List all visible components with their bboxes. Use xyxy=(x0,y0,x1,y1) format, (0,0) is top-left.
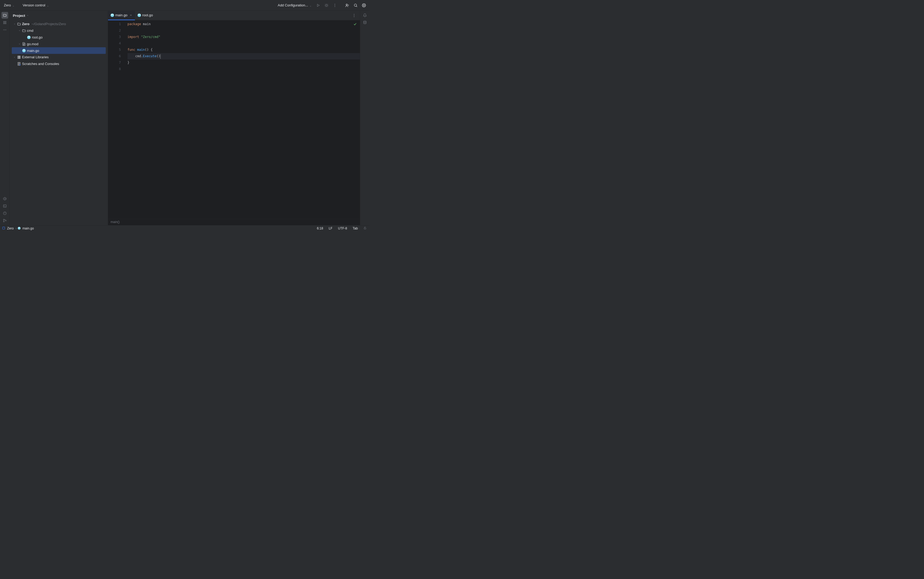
close-tab-button[interactable] xyxy=(129,14,132,16)
tree-root-path: ~/GolandProjects/Zero xyxy=(31,22,66,26)
inspection-status-icon[interactable] xyxy=(353,22,357,28)
tree-root-name: Zero xyxy=(22,22,29,26)
line-number[interactable]: 6 xyxy=(108,53,123,59)
project-menu-button[interactable]: Zero xyxy=(2,2,16,8)
code-editor[interactable]: 1 2 3 4 5 6 7 8 package main import "Zer… xyxy=(108,20,360,219)
svg-point-23 xyxy=(20,64,21,65)
more-actions-button[interactable] xyxy=(331,2,338,9)
status-indent[interactable]: Tab xyxy=(352,226,359,231)
line-number[interactable]: 4 xyxy=(108,40,123,47)
breadcrumb-bar[interactable]: main() xyxy=(108,219,360,225)
tree-project-root[interactable]: Zero ~/GolandProjects/Zero xyxy=(12,21,106,28)
run-button[interactable] xyxy=(314,2,322,9)
file-icon xyxy=(22,42,26,46)
run-config-selector[interactable]: Add Configuration... xyxy=(276,2,313,8)
tree-file-main-go[interactable]: main.go xyxy=(12,47,106,54)
svg-rect-20 xyxy=(18,56,18,59)
library-icon xyxy=(17,56,21,59)
tree-item-label: Scratches and Consoles xyxy=(22,62,59,66)
status-caret-position[interactable]: 6:18 xyxy=(316,226,324,231)
tab-label: root.go xyxy=(142,13,153,17)
svg-marker-14 xyxy=(3,197,6,200)
svg-rect-9 xyxy=(3,23,5,24)
services-tool-button[interactable] xyxy=(1,196,8,202)
line-number[interactable]: 3 xyxy=(108,34,123,40)
more-tool-windows-button[interactable] xyxy=(1,26,8,33)
database-tool-button[interactable] xyxy=(361,19,368,26)
tab-root-go[interactable]: root.go xyxy=(135,11,156,20)
svg-point-19 xyxy=(5,220,7,221)
svg-rect-15 xyxy=(3,205,6,208)
line-number[interactable]: 1 xyxy=(108,21,123,27)
settings-button[interactable] xyxy=(360,2,367,9)
svg-rect-29 xyxy=(364,228,366,229)
chevron-down-icon[interactable] xyxy=(13,23,16,25)
tree-folder-cmd[interactable]: cmd xyxy=(12,27,106,34)
svg-point-26 xyxy=(354,16,354,17)
go-file-icon xyxy=(137,13,141,17)
svg-point-2 xyxy=(335,5,335,6)
go-file-icon xyxy=(18,227,20,230)
project-tool-button[interactable] xyxy=(1,12,8,19)
tree-item-label: External Libraries xyxy=(22,56,49,59)
tab-list-button[interactable] xyxy=(350,12,358,19)
go-file-icon xyxy=(22,49,26,52)
gutter[interactable]: 1 2 3 4 5 6 7 8 xyxy=(108,20,123,219)
scratch-icon xyxy=(17,62,21,66)
debug-button[interactable] xyxy=(323,2,330,9)
search-everywhere-button[interactable] xyxy=(352,2,359,9)
version-control-tool-button[interactable] xyxy=(1,217,8,224)
svg-point-3 xyxy=(335,6,335,7)
tree-item-label: cmd xyxy=(27,29,33,33)
chevron-right-icon[interactable] xyxy=(18,43,21,46)
tree-item-label: main.go xyxy=(27,49,39,53)
tree-item-label: root.go xyxy=(32,35,42,39)
chevron-down-icon[interactable] xyxy=(27,15,29,16)
module-indicator-icon[interactable] xyxy=(2,227,5,230)
status-line-separator[interactable]: LF xyxy=(328,226,333,231)
run-config-label: Add Configuration... xyxy=(278,3,308,7)
tree-file-root-go[interactable]: root.go xyxy=(12,34,106,41)
breadcrumb-item[interactable]: main() xyxy=(111,220,120,224)
tree-item-label: go.mod xyxy=(27,42,39,46)
svg-point-1 xyxy=(335,4,335,5)
chevron-down-icon[interactable] xyxy=(18,29,21,32)
svg-rect-22 xyxy=(20,56,20,59)
line-number[interactable]: 8 xyxy=(108,66,123,72)
version-control-button[interactable]: Version control xyxy=(21,2,51,8)
chevron-right-icon[interactable] xyxy=(13,56,16,59)
status-file-name[interactable]: main.go xyxy=(22,226,35,231)
tree-external-libraries[interactable]: External Libraries xyxy=(12,54,106,61)
svg-point-5 xyxy=(354,4,357,7)
status-project-name[interactable]: Zero xyxy=(6,226,15,231)
svg-point-11 xyxy=(3,29,4,30)
project-tool-window: Project Zero ~/GolandProjects/Zero cmd xyxy=(10,11,108,225)
readonly-toggle-icon[interactable] xyxy=(362,226,367,231)
line-number[interactable]: 2 xyxy=(108,27,123,34)
tree-scratches[interactable]: Scratches and Consoles xyxy=(12,61,106,67)
structure-tool-button[interactable] xyxy=(1,19,8,26)
project-name-label: Zero xyxy=(4,3,11,7)
svg-rect-7 xyxy=(3,21,5,23)
line-number[interactable]: 5 xyxy=(108,47,123,53)
tab-main-go[interactable]: main.go xyxy=(108,11,135,20)
svg-rect-10 xyxy=(5,23,6,24)
svg-rect-28 xyxy=(2,227,5,229)
version-control-label: Version control xyxy=(23,3,46,7)
folder-icon xyxy=(17,22,21,26)
code-with-me-button[interactable] xyxy=(344,2,351,9)
svg-point-4 xyxy=(346,4,347,5)
svg-point-18 xyxy=(3,221,4,222)
terminal-tool-button[interactable] xyxy=(1,203,8,209)
status-encoding[interactable]: UTF-8 xyxy=(337,226,348,231)
text-caret xyxy=(160,54,161,59)
notifications-tool-button[interactable] xyxy=(361,12,368,19)
code-content[interactable]: package main import "Zero/cmd" func main… xyxy=(123,20,360,219)
problems-tool-button[interactable] xyxy=(1,210,8,217)
svg-point-13 xyxy=(6,29,6,30)
line-number[interactable]: 7 xyxy=(108,59,123,66)
svg-point-17 xyxy=(3,219,4,220)
chevron-down-icon xyxy=(47,4,49,7)
svg-point-12 xyxy=(5,29,5,30)
tree-file-go-mod[interactable]: go.mod xyxy=(12,41,106,47)
